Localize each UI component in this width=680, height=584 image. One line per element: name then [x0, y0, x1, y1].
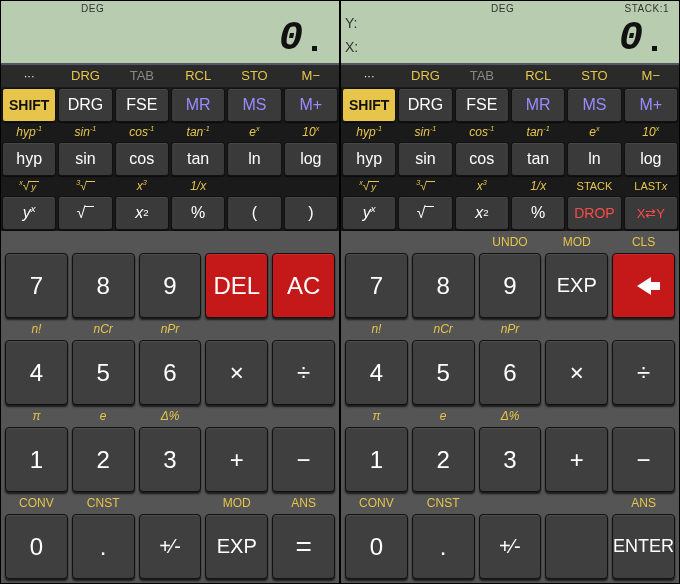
calculator-left: DEG 0 ··· DRG TAB RCL STO M− SHIFT DRG F… [0, 0, 340, 584]
digit-1-button[interactable]: 1 [345, 427, 408, 492]
mr-button[interactable]: MR [511, 88, 565, 122]
xyswap-button[interactable]: X⇄Y [624, 196, 678, 230]
log-button[interactable]: log [624, 142, 678, 176]
ans-label: ANS [612, 494, 675, 512]
multiply-button[interactable]: × [205, 340, 268, 405]
mplus-button[interactable]: M+ [284, 88, 338, 122]
shift-button[interactable]: SHIFT [2, 88, 56, 122]
ncr-label: nCr [412, 320, 475, 338]
cnst-label: CNST [72, 494, 135, 512]
plus-button[interactable]: + [205, 427, 268, 492]
digit-7-button[interactable]: 7 [5, 253, 68, 318]
ex-label: ex [226, 123, 282, 141]
percent-button[interactable]: % [171, 196, 225, 230]
mr-button[interactable]: MR [171, 88, 225, 122]
exp-button[interactable]: EXP [545, 253, 608, 318]
sin-button[interactable]: sin [398, 142, 452, 176]
fse-button[interactable]: FSE [115, 88, 169, 122]
exp-button[interactable]: EXP [205, 514, 268, 579]
hyp-button[interactable]: hyp [2, 142, 56, 176]
tan-button[interactable]: tan [171, 142, 225, 176]
enter-button[interactable]: ENTER [612, 514, 675, 579]
digit-9-button[interactable]: 9 [479, 253, 542, 318]
divide-button[interactable]: ÷ [612, 340, 675, 405]
npr-label: nPr [479, 320, 542, 338]
square-button[interactable]: x2 [455, 196, 509, 230]
xrooty-label: x√y [341, 177, 397, 195]
fse-button[interactable]: FSE [455, 88, 509, 122]
decimal-button[interactable]: . [72, 514, 135, 579]
digit-7-button[interactable]: 7 [345, 253, 408, 318]
sqrt-button[interactable]: √ [58, 196, 112, 230]
tan-button[interactable]: tan [511, 142, 565, 176]
ms-button[interactable]: MS [227, 88, 281, 122]
cos-button[interactable]: cos [115, 142, 169, 176]
function-row-3: yx √ x2 % ( ) [1, 195, 339, 231]
sin-button[interactable]: sin [58, 142, 112, 176]
square-button[interactable]: x2 [115, 196, 169, 230]
digit-8-button[interactable]: 8 [412, 253, 475, 318]
drg-button[interactable]: DRG [58, 88, 112, 122]
shift-button[interactable]: SHIFT [342, 88, 396, 122]
minus-button[interactable]: − [612, 427, 675, 492]
ln-button[interactable]: ln [567, 142, 621, 176]
yx-button[interactable]: yx [2, 196, 56, 230]
rcl-label: RCL [170, 65, 226, 87]
mminus-label: M− [283, 65, 339, 87]
digit-1-button[interactable]: 1 [5, 427, 68, 492]
digit-2-button[interactable]: 2 [72, 427, 135, 492]
log-button[interactable]: log [284, 142, 338, 176]
digit-0-button[interactable]: 0 [345, 514, 408, 579]
digit-4-button[interactable]: 4 [345, 340, 408, 405]
minus-button[interactable]: − [272, 427, 335, 492]
digit-3-button[interactable]: 3 [139, 427, 202, 492]
sign-button[interactable]: +⁄- [139, 514, 202, 579]
mplus-button[interactable]: M+ [624, 88, 678, 122]
sqrt-button[interactable]: √ [398, 196, 452, 230]
digit-3-button[interactable]: 3 [479, 427, 542, 492]
arrow-left-icon [637, 277, 651, 295]
ac-button[interactable]: AC [272, 253, 335, 318]
ln-button[interactable]: ln [227, 142, 281, 176]
yx-button[interactable]: yx [342, 196, 396, 230]
display-value: 0 [279, 16, 303, 61]
digit-8-button[interactable]: 8 [72, 253, 135, 318]
mod-label: MOD [205, 494, 268, 512]
rparen-button[interactable]: ) [284, 196, 338, 230]
stack-indicator: STACK:1 [625, 3, 669, 14]
digit-6-button[interactable]: 6 [139, 340, 202, 405]
plus-button[interactable]: + [545, 427, 608, 492]
digit-4-button[interactable]: 4 [5, 340, 68, 405]
ms-button[interactable]: MS [567, 88, 621, 122]
lparen-button[interactable]: ( [227, 196, 281, 230]
decimal-button[interactable]: . [412, 514, 475, 579]
drop-button[interactable]: DROP [567, 196, 621, 230]
cube-label: x3 [454, 177, 510, 195]
label-row-3: x√y 3√ x3 1/x [1, 177, 339, 195]
digit-6-button[interactable]: 6 [479, 340, 542, 405]
digit-5-button[interactable]: 5 [412, 340, 475, 405]
sto-label: STO [566, 65, 622, 87]
digit-2-button[interactable]: 2 [412, 427, 475, 492]
acos-label: cos-1 [114, 123, 170, 141]
digit-9-button[interactable]: 9 [139, 253, 202, 318]
function-row-2: hyp sin cos tan ln log [341, 141, 679, 177]
backspace-button[interactable] [612, 253, 675, 318]
x-register-label: X: [345, 39, 358, 55]
hyp-button[interactable]: hyp [342, 142, 396, 176]
multiply-button[interactable]: × [545, 340, 608, 405]
percent-button[interactable]: % [511, 196, 565, 230]
drg-button[interactable]: DRG [398, 88, 452, 122]
tenx-label: 10x [623, 123, 679, 141]
equals-button[interactable]: = [272, 514, 335, 579]
numpad: UNDO MOD CLS 7 8 9 EXP n! nCr nPr 4 5 6 … [341, 231, 679, 583]
blank-button[interactable] [545, 514, 608, 579]
sign-button[interactable]: +⁄- [479, 514, 542, 579]
del-button[interactable]: DEL [205, 253, 268, 318]
divide-button[interactable]: ÷ [272, 340, 335, 405]
digit-0-button[interactable]: 0 [5, 514, 68, 579]
conv-label: CONV [345, 494, 408, 512]
cos-button[interactable]: cos [455, 142, 509, 176]
digit-5-button[interactable]: 5 [72, 340, 135, 405]
undo-label: UNDO [479, 233, 542, 251]
